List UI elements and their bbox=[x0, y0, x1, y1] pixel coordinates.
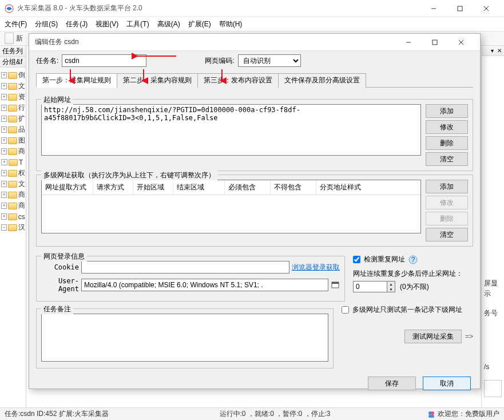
remark-textarea[interactable] bbox=[41, 314, 328, 362]
folder-icon bbox=[8, 72, 17, 79]
tree-row[interactable]: +权 bbox=[1, 168, 25, 179]
detect-dup-label: 检测重复网址 bbox=[364, 255, 405, 264]
start-url-clr-button[interactable]: 清空 bbox=[426, 152, 468, 166]
tree-row[interactable]: −汉 bbox=[1, 222, 25, 233]
grid-col-4[interactable]: 必须包含 bbox=[225, 180, 271, 195]
start-url-add-button[interactable]: 添加 bbox=[426, 104, 468, 118]
folder-icon bbox=[8, 203, 17, 209]
folder-icon bbox=[8, 224, 17, 231]
tree-row[interactable]: +品 bbox=[1, 124, 25, 135]
spin-down-icon[interactable]: ▼ bbox=[387, 287, 395, 292]
tab-url-rules[interactable]: 第一步：采集网址规则 bbox=[36, 73, 117, 88]
main-maximize-button[interactable] bbox=[447, 0, 473, 17]
browser-login-link[interactable]: 浏览器登录获取 bbox=[292, 263, 340, 272]
tree-expand-icon[interactable]: + bbox=[1, 170, 7, 176]
tree-expand-icon[interactable]: + bbox=[1, 159, 7, 165]
spin-up-icon[interactable]: ▲ bbox=[387, 282, 395, 287]
tab-advanced[interactable]: 文件保存及部分高级设置 bbox=[278, 73, 366, 88]
tree-row[interactable]: +商 bbox=[1, 146, 25, 157]
save-button[interactable]: 保存 bbox=[368, 377, 416, 390]
dialog-close-button[interactable] bbox=[448, 34, 474, 51]
ua-picker-icon[interactable] bbox=[331, 280, 340, 290]
help-icon[interactable]: ? bbox=[408, 255, 418, 264]
pin-icon[interactable]: ▾ bbox=[491, 47, 494, 54]
multi-only-checkbox[interactable] bbox=[342, 306, 349, 314]
menu-task[interactable]: 任务(J) bbox=[66, 19, 88, 29]
folder-icon bbox=[8, 170, 17, 177]
dock-close-icon[interactable]: ✕ bbox=[497, 47, 502, 54]
ua-input[interactable] bbox=[81, 279, 328, 291]
taskname-label: 任务名: bbox=[36, 56, 58, 66]
tree-row[interactable]: +扩 bbox=[1, 113, 25, 124]
tree-expand-icon[interactable]: + bbox=[1, 116, 7, 122]
main-titlebar: 火车采集器 8.0 - 火车头数据采集平台 2.0 bbox=[0, 0, 504, 17]
encoding-select[interactable]: 自动识别 bbox=[238, 54, 301, 67]
tree-expand-icon[interactable]: + bbox=[1, 126, 7, 133]
multi-url-grid[interactable]: 网址提取方式 请求方式 开始区域 结束区域 必须包含 不得包含 分页地址样式 bbox=[41, 180, 421, 233]
user-icon bbox=[427, 410, 435, 418]
tree-row[interactable]: +T bbox=[1, 157, 25, 168]
tree-row[interactable]: +商 bbox=[1, 189, 25, 200]
tree-expand-icon[interactable]: + bbox=[1, 203, 7, 209]
tree-expand-icon[interactable]: + bbox=[1, 83, 7, 89]
tree-collapse-icon[interactable]: − bbox=[1, 224, 7, 231]
main-minimize-button[interactable] bbox=[420, 0, 447, 17]
new-doc-icon[interactable] bbox=[5, 33, 14, 44]
tree-expand-icon[interactable]: + bbox=[1, 148, 7, 154]
sidebar-tab-tasks[interactable]: 任务列 bbox=[0, 46, 26, 57]
grid-col-0[interactable]: 网址提取方式 bbox=[42, 180, 93, 195]
tree-row[interactable]: +cs bbox=[1, 211, 25, 222]
remark-legend: 任务备注 bbox=[41, 304, 73, 314]
taskname-input[interactable] bbox=[62, 54, 146, 67]
tab-publish[interactable]: 第三步：发布内容设置 bbox=[197, 73, 279, 88]
tree-row[interactable]: +倒 bbox=[1, 70, 25, 81]
tree-row[interactable]: +行 bbox=[1, 102, 25, 113]
tree-row[interactable]: +文 bbox=[1, 81, 25, 92]
stop-count-spinner[interactable]: ▲▼ bbox=[353, 281, 395, 292]
tab-content-rules[interactable]: 第二步：采集内容规则 bbox=[117, 73, 198, 88]
grid-col-1[interactable]: 请求方式 bbox=[93, 180, 133, 195]
menu-group[interactable]: 分组(S) bbox=[35, 19, 58, 29]
tree-expand-icon[interactable]: + bbox=[1, 192, 7, 198]
svg-text:?: ? bbox=[411, 256, 415, 264]
folder-icon bbox=[8, 213, 17, 220]
tree-row[interactable]: +资 bbox=[1, 92, 25, 102]
multi-url-add-button[interactable]: 添加 bbox=[426, 180, 468, 193]
stop-count-input[interactable] bbox=[353, 281, 387, 292]
grid-col-3[interactable]: 结束区域 bbox=[173, 180, 225, 195]
menu-view[interactable]: 视图(V) bbox=[96, 19, 118, 29]
cookie-input[interactable] bbox=[81, 261, 289, 274]
start-url-del-button[interactable]: 删除 bbox=[426, 136, 468, 150]
dialog-minimize-button[interactable] bbox=[395, 34, 422, 51]
menu-help[interactable]: 帮助(H) bbox=[219, 19, 243, 29]
tree-expand-icon[interactable]: + bbox=[1, 72, 7, 78]
folder-icon bbox=[8, 105, 17, 112]
start-url-list[interactable]: http://nj.58.com/jianshenqixie/?PGTID=0d… bbox=[41, 104, 421, 156]
tree-row[interactable]: +商 bbox=[1, 200, 25, 211]
grid-col-6[interactable]: 分页地址样式 bbox=[316, 180, 420, 195]
test-url-button[interactable]: 测试网址采集 bbox=[404, 330, 462, 343]
menu-advanced[interactable]: 高级(A) bbox=[157, 19, 180, 29]
main-close-button[interactable] bbox=[473, 0, 499, 17]
tree-expand-icon[interactable]: + bbox=[1, 94, 7, 100]
sidebar-group-filter[interactable]: 分组&f bbox=[0, 57, 26, 68]
tree-expand-icon[interactable]: + bbox=[1, 105, 7, 111]
svg-rect-13 bbox=[332, 282, 339, 284]
grid-col-5[interactable]: 不得包含 bbox=[271, 180, 316, 195]
tree-row[interactable]: +文 bbox=[1, 179, 25, 189]
grid-col-2[interactable]: 开始区域 bbox=[133, 180, 173, 195]
cookie-label: Cookie bbox=[41, 263, 79, 271]
detect-dup-checkbox[interactable] bbox=[353, 256, 360, 263]
tree-expand-icon[interactable]: + bbox=[1, 181, 7, 187]
cancel-button[interactable]: 取消 bbox=[423, 377, 471, 390]
multi-url-clr-button[interactable]: 清空 bbox=[426, 228, 468, 241]
menu-file[interactable]: 文件(F) bbox=[5, 19, 27, 29]
tree-row[interactable]: +图 bbox=[1, 135, 25, 146]
tree-expand-icon[interactable]: + bbox=[1, 137, 7, 144]
ua-label: User-Agent bbox=[41, 277, 79, 293]
menu-tools[interactable]: 工具(T) bbox=[126, 19, 149, 29]
menu-extensions[interactable]: 扩展(E) bbox=[188, 19, 211, 29]
start-url-mod-button[interactable]: 修改 bbox=[426, 120, 468, 134]
dialog-maximize-button[interactable] bbox=[422, 34, 448, 51]
tree-expand-icon[interactable]: + bbox=[1, 213, 7, 220]
